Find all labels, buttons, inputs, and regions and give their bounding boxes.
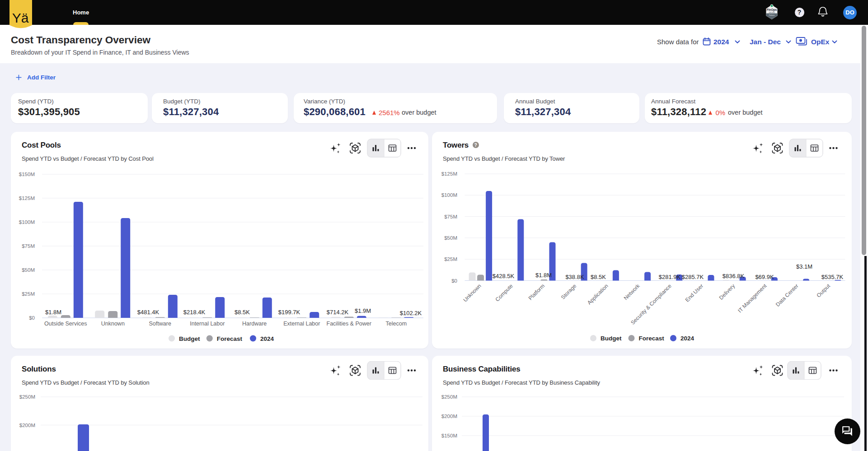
- svg-text:CERTIFIED: CERTIFIED: [769, 12, 775, 14]
- svg-text:Platform: Platform: [527, 283, 546, 301]
- svg-text:$200M: $200M: [19, 423, 35, 428]
- svg-text:$200M: $200M: [441, 414, 457, 419]
- svg-text:2024: 2024: [260, 335, 274, 342]
- svg-text:Data Center: Data Center: [774, 283, 800, 308]
- svg-text:$281.9K: $281.9K: [659, 274, 681, 280]
- svg-text:Hardware: Hardware: [242, 321, 267, 327]
- svg-text:$285.7K: $285.7K: [682, 274, 704, 280]
- svg-text:$38.8K: $38.8K: [565, 274, 584, 280]
- svg-text:Compute: Compute: [494, 283, 515, 303]
- svg-text:IT Management: IT Management: [737, 283, 768, 314]
- svg-text:$3.1M: $3.1M: [796, 263, 812, 270]
- svg-text:FinOps: FinOps: [767, 8, 777, 12]
- svg-text:$150M: $150M: [19, 172, 35, 177]
- svg-text:$218.4K: $218.4K: [183, 309, 206, 316]
- svg-text:Budget: Budget: [601, 335, 622, 342]
- svg-text:$50M: $50M: [22, 267, 35, 273]
- svg-text:$102.2K: $102.2K: [400, 310, 422, 316]
- svg-text:Unknown: Unknown: [101, 321, 125, 327]
- svg-text:Network: Network: [623, 283, 642, 302]
- svg-text:$836.8K: $836.8K: [723, 273, 745, 279]
- svg-text:$100M: $100M: [441, 192, 457, 198]
- svg-text:$481.4K: $481.4K: [137, 309, 160, 316]
- svg-text:Telecom: Telecom: [386, 321, 407, 327]
- svg-text:$150M: $150M: [441, 433, 457, 438]
- svg-text:$1.8M: $1.8M: [45, 309, 61, 316]
- svg-text:$428.5K: $428.5K: [493, 273, 515, 279]
- svg-text:Unknown: Unknown: [462, 283, 482, 303]
- svg-text:External Labor: External Labor: [283, 321, 320, 327]
- svg-text:$75M: $75M: [22, 243, 35, 249]
- svg-text:End User: End User: [684, 283, 704, 303]
- svg-text:Forecast: Forecast: [217, 335, 243, 342]
- svg-text:Facilities & Power: Facilities & Power: [327, 321, 371, 327]
- svg-text:$50M: $50M: [444, 235, 457, 241]
- svg-text:$199.7K: $199.7K: [278, 309, 300, 316]
- svg-text:$100M: $100M: [19, 219, 35, 225]
- svg-text:$25M: $25M: [444, 256, 457, 262]
- svg-text:$25M: $25M: [22, 291, 35, 297]
- svg-text:$125M: $125M: [441, 171, 457, 177]
- svg-text:$714.2K: $714.2K: [327, 309, 349, 316]
- svg-text:$1.8M: $1.8M: [535, 272, 552, 279]
- svg-text:$75M: $75M: [444, 214, 457, 219]
- svg-text:$250M: $250M: [441, 394, 457, 400]
- svg-text:$0: $0: [29, 315, 35, 321]
- svg-text:$8.5K: $8.5K: [235, 309, 250, 316]
- svg-text:$69.9K: $69.9K: [755, 274, 774, 280]
- svg-text:Platform: Platform: [769, 14, 775, 16]
- svg-text:Yä: Yä: [12, 10, 29, 25]
- svg-text:$1.9M: $1.9M: [355, 307, 371, 314]
- svg-text:Internal Labor: Internal Labor: [190, 321, 225, 327]
- svg-text:$535.7K: $535.7K: [821, 274, 844, 280]
- svg-text:Outside Services: Outside Services: [44, 321, 87, 327]
- svg-text:Delivery: Delivery: [718, 283, 737, 301]
- svg-text:$250M: $250M: [19, 394, 35, 400]
- svg-text:Storage: Storage: [560, 283, 578, 301]
- svg-text:Forecast: Forecast: [639, 335, 665, 342]
- svg-text:Output: Output: [816, 283, 832, 299]
- svg-text:Software: Software: [149, 321, 171, 327]
- svg-text:$125M: $125M: [19, 195, 35, 201]
- svg-text:2024: 2024: [680, 335, 694, 342]
- svg-text:Budget: Budget: [179, 335, 200, 342]
- svg-text:$0: $0: [451, 278, 457, 284]
- svg-text:$8.5K: $8.5K: [591, 274, 606, 280]
- svg-text:Application: Application: [586, 283, 609, 306]
